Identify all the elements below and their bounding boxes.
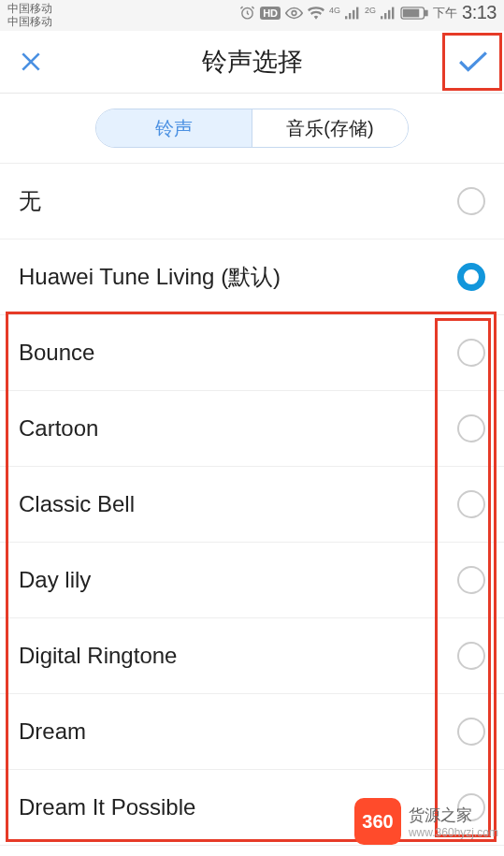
radio-button[interactable]	[457, 566, 485, 594]
ringtone-row[interactable]: Digital Ringtone	[0, 618, 504, 694]
carrier-2: 中国移动	[7, 15, 52, 28]
svg-rect-3	[349, 13, 351, 19]
ringtone-row[interactable]: Cartoon	[0, 391, 504, 467]
svg-rect-9	[392, 7, 394, 19]
tab-segment: 铃声 音乐(存储)	[0, 94, 504, 163]
ringtone-label: Day lily	[19, 567, 457, 593]
watermark-badge: 360	[354, 798, 401, 845]
radio-button[interactable]	[457, 263, 485, 291]
svg-rect-7	[384, 13, 386, 19]
radio-button[interactable]	[457, 642, 485, 670]
svg-point-1	[292, 10, 296, 15]
ringtone-row[interactable]: Classic Bell	[0, 467, 504, 543]
net1-label: 4G	[329, 6, 340, 15]
ringtone-label: Cartoon	[19, 415, 457, 442]
battery-icon	[400, 7, 428, 20]
page-title: 铃声选择	[50, 45, 454, 79]
net2-label: 2G	[365, 6, 376, 15]
watermark-url: www.360hyzj.com	[409, 826, 498, 839]
ringtone-row[interactable]: Huawei Tune Living (默认)	[0, 239, 504, 315]
ringtone-label: Dream	[19, 718, 457, 745]
ringtone-label: Classic Bell	[19, 491, 457, 517]
ringtone-list: 无Huawei Tune Living (默认)BounceCartoonCla…	[0, 163, 504, 846]
radio-button[interactable]	[457, 339, 485, 367]
hd-badge: HD	[260, 7, 281, 20]
confirm-button[interactable]	[454, 43, 492, 80]
svg-rect-8	[388, 9, 390, 19]
time-period: 下午	[433, 5, 457, 22]
ringtone-label: Huawei Tune Living (默认)	[19, 262, 457, 292]
signal-1-icon	[345, 7, 360, 20]
header: 铃声选择	[0, 31, 504, 94]
svg-rect-5	[356, 7, 358, 19]
svg-rect-11	[425, 10, 427, 15]
check-icon	[457, 50, 489, 74]
eye-icon	[285, 7, 303, 20]
close-button[interactable]	[12, 43, 50, 80]
ringtone-row[interactable]: Dream	[0, 694, 504, 770]
watermark-title: 货源之家	[409, 805, 498, 826]
wifi-icon	[308, 7, 324, 20]
tab-music[interactable]: 音乐(存储)	[252, 109, 408, 147]
svg-rect-4	[353, 9, 354, 19]
radio-button[interactable]	[457, 414, 485, 443]
ringtone-row[interactable]: Bounce	[0, 315, 504, 391]
time: 3:13	[462, 2, 497, 23]
watermark: 360 货源之家 www.360hyzj.com	[354, 798, 498, 845]
ringtone-row[interactable]: 无	[0, 164, 504, 239]
signal-2-icon	[381, 7, 396, 20]
ringtone-label: Bounce	[19, 340, 457, 366]
alarm-icon	[239, 5, 255, 21]
svg-rect-6	[381, 16, 382, 19]
close-icon	[19, 50, 43, 74]
svg-rect-2	[345, 16, 347, 19]
tab-ringtone[interactable]: 铃声	[96, 109, 252, 147]
radio-button[interactable]	[457, 490, 485, 518]
ringtone-label: 无	[19, 186, 457, 216]
carrier-1: 中国移动	[7, 2, 52, 15]
ringtone-row[interactable]: Day lily	[0, 543, 504, 618]
status-bar: 中国移动 中国移动 HD 4G 2G 下午 3:13	[0, 0, 504, 31]
svg-rect-12	[403, 8, 420, 17]
ringtone-label: Digital Ringtone	[19, 643, 457, 669]
radio-button[interactable]	[457, 187, 485, 215]
radio-button[interactable]	[457, 718, 485, 746]
